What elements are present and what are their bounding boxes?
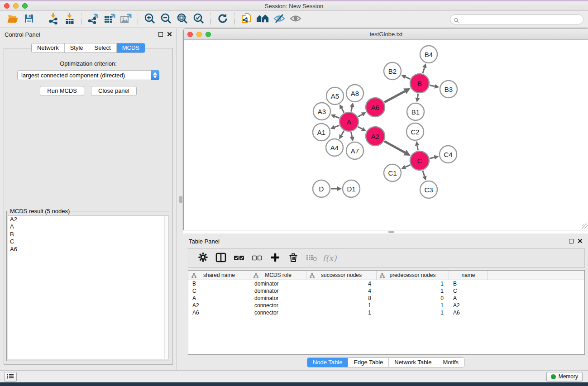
table-row[interactable]: Adominator80A (188, 295, 584, 302)
graph-edge-A-A4[interactable] (339, 131, 344, 139)
cell-predecessor-nodes[interactable]: 1 (377, 302, 449, 309)
tab-select[interactable]: Select (89, 43, 117, 52)
graph-edge-C-C2[interactable] (415, 141, 420, 151)
zoom-selected-button[interactable] (191, 12, 207, 27)
home-view-button[interactable] (255, 12, 271, 27)
graph-edge-C-C1[interactable] (401, 165, 410, 169)
graph-node-B2[interactable]: B2 (384, 62, 401, 80)
graph-node-D[interactable]: D (313, 180, 330, 197)
graph-node-C1[interactable]: C1 (384, 164, 401, 181)
graph-node-B4[interactable]: B4 (420, 46, 437, 63)
tab-network[interactable]: Network (32, 43, 65, 52)
memory-button[interactable]: Memory (546, 372, 583, 381)
refresh-button[interactable] (215, 12, 231, 27)
table-tab-node-table[interactable]: Node Table (307, 358, 349, 367)
column-header-successor-nodes[interactable]: successor nodes (306, 271, 377, 280)
graph-node-A5[interactable]: A5 (326, 87, 344, 105)
save-session-button[interactable] (21, 12, 37, 27)
graph-edge-B-B1[interactable] (415, 94, 420, 102)
cell-shared-name[interactable]: A6 (188, 310, 250, 316)
graph-edge-D-D1[interactable] (331, 186, 342, 191)
graph-node-A4[interactable]: A4 (326, 139, 343, 156)
vertical-scroll-thumb[interactable] (179, 196, 182, 203)
graph-node-A1[interactable]: A1 (313, 124, 330, 141)
tab-style[interactable]: Style (65, 43, 89, 52)
export-image-button[interactable] (118, 12, 134, 27)
horizontal-scrollbar[interactable] (183, 230, 588, 234)
cell-shared-name[interactable]: A2 (188, 302, 250, 309)
horizontal-scroll-thumb[interactable] (388, 231, 394, 233)
column-header-predecessor-nodes[interactable]: predecessor nodes (377, 271, 449, 280)
cell-MCDS-role[interactable]: dominator (250, 281, 306, 287)
zoom-out-button[interactable] (158, 12, 174, 27)
table-row[interactable]: A6connector11A6 (188, 309, 584, 316)
graph-node-D1[interactable]: D1 (343, 180, 360, 197)
graph-edge-A-A2[interactable] (358, 127, 366, 131)
close-panel-icon[interactable] (167, 30, 172, 38)
import-network-button[interactable] (45, 12, 61, 27)
dropdown-stepper-icon[interactable] (151, 70, 159, 80)
cell-successor-nodes[interactable]: 8 (306, 295, 377, 301)
optimization-criterion-dropdown[interactable]: largest connected component (directed) (17, 70, 159, 80)
export-table-button[interactable] (101, 12, 118, 27)
split-panel-button[interactable] (213, 250, 229, 267)
graph-edge-B-B2[interactable] (401, 75, 410, 79)
graph-edge-A-A3[interactable] (331, 114, 339, 118)
unselect-all-columns-button[interactable] (249, 250, 265, 267)
mcds-result-list[interactable]: A2ABCA6 (8, 215, 169, 359)
network-snapshot-button[interactable] (239, 12, 255, 27)
cell-predecessor-nodes[interactable]: 1 (377, 288, 449, 294)
graph-node-A8[interactable]: A8 (346, 85, 363, 102)
cell-shared-name[interactable]: A (188, 295, 250, 301)
table-settings-button[interactable] (195, 250, 211, 267)
mcds-result-item[interactable]: C (8, 238, 168, 245)
graph-node-B[interactable]: B (410, 74, 429, 93)
cell-name[interactable]: A6 (449, 310, 488, 316)
graph-node-A7[interactable]: A7 (346, 142, 363, 159)
graph-edge-A-A5[interactable] (339, 104, 344, 112)
table-close-panel-icon[interactable] (578, 237, 583, 245)
cell-MCDS-role[interactable]: connector (250, 310, 306, 316)
close-panel-button[interactable]: Close panel (91, 86, 137, 96)
mcds-result-item[interactable]: A (8, 223, 168, 230)
task-history-button[interactable] (4, 372, 17, 381)
cell-predecessor-nodes[interactable]: 1 (377, 310, 449, 316)
cell-name[interactable]: A2 (449, 302, 488, 309)
table-tab-motifs[interactable]: Motifs (437, 358, 464, 367)
cell-shared-name[interactable]: C (188, 288, 250, 294)
mcds-result-item[interactable]: A6 (8, 246, 168, 253)
mcds-result-item[interactable]: B (8, 231, 168, 238)
graph-node-B1[interactable]: B1 (407, 103, 424, 120)
column-header-shared-name[interactable]: shared name (188, 271, 250, 280)
graph-edge-A-A6[interactable] (358, 112, 366, 117)
graph-edge-A-A1[interactable] (330, 125, 339, 129)
cell-shared-name[interactable]: B (188, 281, 250, 287)
select-all-columns-button[interactable] (231, 250, 247, 267)
cell-successor-nodes[interactable]: 4 (306, 281, 377, 287)
table-row[interactable]: Bdominator41B (188, 280, 584, 287)
table-row[interactable]: A2connector11A2 (188, 302, 584, 309)
network-canvas[interactable]: AA1A2A3A4A5A6A7A8BB1B2B3B4CC1C2C3C4DD1 (184, 40, 588, 230)
import-table-button[interactable] (61, 12, 77, 27)
cell-name[interactable]: A (449, 295, 488, 301)
table-tab-edge-table[interactable]: Edge Table (348, 358, 389, 367)
table-row[interactable]: Cdominator41C (188, 287, 584, 295)
cell-successor-nodes[interactable]: 1 (306, 310, 377, 316)
table-float-panel-icon[interactable] (569, 239, 574, 243)
graph-edge-A-A7[interactable] (350, 132, 354, 142)
graph-edge-C-C3[interactable] (422, 171, 427, 181)
graph-node-C2[interactable]: C2 (406, 123, 424, 140)
cell-MCDS-role[interactable]: connector (250, 302, 306, 309)
cell-successor-nodes[interactable]: 1 (306, 302, 377, 309)
cell-MCDS-role[interactable]: dominator (250, 288, 306, 294)
cell-predecessor-nodes[interactable]: 1 (377, 281, 449, 287)
add-column-button[interactable] (267, 250, 283, 267)
cell-name[interactable]: C (449, 288, 488, 294)
graph-edge-B-B4[interactable] (422, 63, 427, 73)
zoom-fit-button[interactable] (174, 12, 191, 27)
graph-node-A[interactable]: A (339, 112, 359, 131)
cell-MCDS-role[interactable]: dominator (250, 295, 306, 301)
window-resize-grip[interactable] (582, 224, 588, 229)
column-header-name[interactable]: name (449, 271, 488, 280)
cell-predecessor-nodes[interactable]: 0 (377, 295, 449, 301)
